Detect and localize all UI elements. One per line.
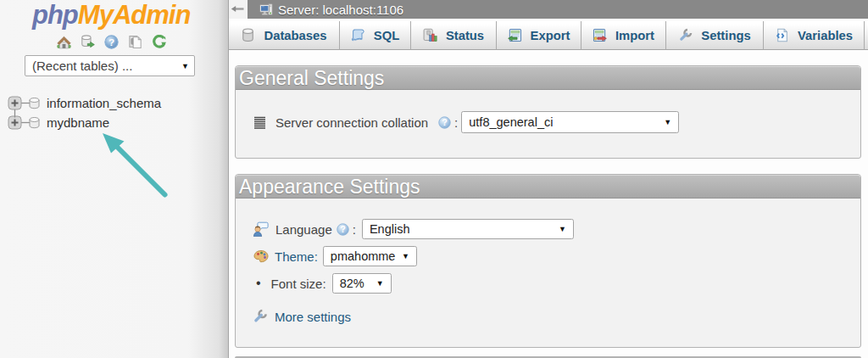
svg-text:?: ? — [442, 117, 448, 127]
svg-text:?: ? — [340, 224, 346, 234]
